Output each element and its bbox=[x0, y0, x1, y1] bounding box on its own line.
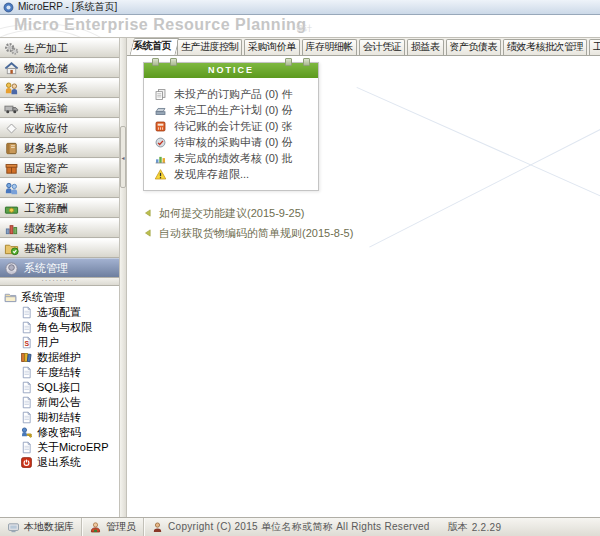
panel-grip[interactable]: ·········· bbox=[0, 278, 119, 286]
tree-item-2[interactable]: 角色与权限 bbox=[4, 320, 119, 335]
tab-2[interactable]: 生产进度控制 bbox=[177, 39, 242, 55]
sidebar-button-2[interactable]: 物流仓储 bbox=[0, 58, 119, 78]
notice-item-5[interactable]: 未完成的绩效考核 (0) 批 bbox=[154, 150, 314, 166]
sidebar-button-label: 车辆运输 bbox=[24, 101, 68, 116]
home-content: NOTICE 未投产的订购产品 (0) 件未完工的生产计划 (0) 份待记账的会… bbox=[127, 56, 600, 517]
banner: Micro Enterprise Resource Planning 设计 bbox=[0, 15, 600, 38]
sidebar-button-12[interactable]: 系统管理 bbox=[0, 258, 119, 278]
sidebar-button-11[interactable]: 基础资料 bbox=[0, 238, 119, 258]
tab-label: 工资录入 bbox=[593, 41, 600, 52]
tab-6[interactable]: 损益表 bbox=[407, 39, 444, 55]
system-icon bbox=[4, 261, 19, 276]
sidebar-button-7[interactable]: 固定资产 bbox=[0, 158, 119, 178]
tree-root[interactable]: 系统管理 bbox=[4, 290, 119, 305]
sidebar-button-9[interactable]: 工资薪酬 bbox=[0, 198, 119, 218]
tab-4[interactable]: 库存明细帐 bbox=[302, 39, 358, 55]
tree-item-3[interactable]: S用户 bbox=[4, 335, 119, 350]
tree-item-4[interactable]: 数据维护 bbox=[4, 350, 119, 365]
sidebar-button-5[interactable]: 应收应付 bbox=[0, 118, 119, 138]
navigation-tree: 系统管理选项配置角色与权限S用户数据维护年度结转SQL接口新闻公告期初结转修改密… bbox=[0, 286, 119, 517]
tree-item-8[interactable]: 期初结转 bbox=[4, 410, 119, 425]
tree-item-7[interactable]: 新闻公告 bbox=[4, 395, 119, 410]
tab-strip: 系统首页生产进度控制采购询价单库存明细帐会计凭证损益表资产负债表绩效考核批次管理… bbox=[127, 38, 600, 56]
password-icon bbox=[20, 426, 33, 439]
announcement-link-1[interactable]: 如何提交功能建议(2015-9-25) bbox=[143, 203, 353, 223]
sidebar-button-10[interactable]: 绩效考核 bbox=[0, 218, 119, 238]
review-icon bbox=[154, 136, 167, 149]
tab-7[interactable]: 资产负债表 bbox=[446, 39, 502, 55]
hr-icon bbox=[4, 181, 19, 196]
notice-item-text: 未完工的生产计划 (0) 份 bbox=[174, 103, 293, 118]
copyright-text: Copyright (C) 2015 单位名称或简称 All Rights Re… bbox=[168, 520, 430, 534]
chart-icon bbox=[154, 152, 167, 165]
truck-icon bbox=[4, 101, 19, 116]
copies-icon bbox=[154, 88, 167, 101]
notice-item-2[interactable]: 未完工的生产计划 (0) 份 bbox=[154, 102, 314, 118]
status-bar: 本地数据库 管理员 Copyright (C) 2015 单位名称或简称 All… bbox=[0, 517, 600, 536]
tree-item-10[interactable]: 关于MicroERP bbox=[4, 440, 119, 455]
splitter-collapse-handle[interactable]: ◂ bbox=[120, 126, 126, 188]
tree-item-label: 选项配置 bbox=[37, 305, 81, 320]
tab-label: 资产负债表 bbox=[450, 41, 498, 52]
bullet-icon bbox=[143, 228, 153, 238]
announcement-link-2[interactable]: 自动获取货物编码的简单规则(2015-8-5) bbox=[143, 223, 353, 243]
tree-item-9[interactable]: 修改密码 bbox=[4, 425, 119, 440]
sidebar-button-6[interactable]: 财务总账 bbox=[0, 138, 119, 158]
page-icon bbox=[20, 321, 33, 334]
notice-item-1[interactable]: 未投产的订购产品 (0) 件 bbox=[154, 86, 314, 102]
tree-item-label: 角色与权限 bbox=[37, 320, 92, 335]
warning-icon bbox=[154, 168, 167, 181]
tab-label: 损益表 bbox=[411, 41, 440, 52]
tree-item-label: 新闻公告 bbox=[37, 395, 81, 410]
left-panel: 生产加工物流仓储客户关系车辆运输应收应付财务总账固定资产人力资源工资薪酬绩效考核… bbox=[0, 38, 119, 517]
sidebar-button-group: 生产加工物流仓储客户关系车辆运输应收应付财务总账固定资产人力资源工资薪酬绩效考核… bbox=[0, 38, 119, 278]
books-icon bbox=[20, 351, 33, 364]
payables-icon bbox=[4, 121, 19, 136]
announcement-links: 如何提交功能建议(2015-9-25)自动获取货物编码的简单规则(2015-8-… bbox=[143, 203, 353, 243]
sidebar-button-8[interactable]: 人力资源 bbox=[0, 178, 119, 198]
tab-label: 库存明细帐 bbox=[306, 41, 354, 52]
sidebar-button-4[interactable]: 车辆运输 bbox=[0, 98, 119, 118]
tab-5[interactable]: 会计凭证 bbox=[359, 39, 405, 55]
user-icon: S bbox=[20, 336, 33, 349]
watermark-line bbox=[356, 87, 600, 226]
performance-icon bbox=[4, 221, 19, 236]
app-icon bbox=[3, 2, 14, 13]
notice-item-3[interactable]: 待记账的会计凭证 (0) 张 bbox=[154, 118, 314, 134]
title-bar: MicroERP - [系统首页] bbox=[0, 0, 600, 15]
tab-1[interactable]: 系统首页 bbox=[129, 38, 175, 55]
tree-item-5[interactable]: 年度结转 bbox=[4, 365, 119, 380]
sidebar-button-label: 物流仓储 bbox=[24, 61, 68, 76]
tree-item-label: 期初结转 bbox=[37, 410, 81, 425]
tab-9[interactable]: 工资录入 bbox=[589, 39, 600, 55]
basedata-icon bbox=[4, 241, 19, 256]
tree-item-1[interactable]: 选项配置 bbox=[4, 305, 119, 320]
tree-item-6[interactable]: SQL接口 bbox=[4, 380, 119, 395]
vertical-splitter[interactable]: ◂ bbox=[119, 38, 127, 517]
notice-item-4[interactable]: 待审核的采购申请 (0) 份 bbox=[154, 134, 314, 150]
sidebar-button-label: 固定资产 bbox=[24, 161, 68, 176]
assets-icon bbox=[4, 161, 19, 176]
tab-label: 系统首页 bbox=[133, 40, 171, 51]
pushpin-icon bbox=[303, 58, 310, 66]
app-window: MicroERP - [系统首页] Micro Enterprise Resou… bbox=[0, 0, 600, 536]
tree-item-11[interactable]: 退出系统 bbox=[4, 455, 119, 470]
tab-label: 绩效考核批次管理 bbox=[507, 41, 583, 52]
sidebar-button-label: 工资薪酬 bbox=[24, 201, 68, 216]
sidebar-button-1[interactable]: 生产加工 bbox=[0, 38, 119, 58]
tab-3[interactable]: 采购询价单 bbox=[244, 39, 300, 55]
watermark-line bbox=[369, 101, 600, 247]
pushpin-icon bbox=[152, 58, 159, 66]
tab-8[interactable]: 绩效考核批次管理 bbox=[503, 39, 587, 55]
notice-item-text: 待审核的采购申请 (0) 份 bbox=[174, 135, 293, 150]
salary-icon bbox=[4, 201, 19, 216]
ledger-icon bbox=[4, 141, 19, 156]
notice-item-text: 待记账的会计凭证 (0) 张 bbox=[174, 119, 293, 134]
page-icon bbox=[20, 441, 33, 454]
pushpin-icon bbox=[285, 58, 292, 66]
sidebar-button-3[interactable]: 客户关系 bbox=[0, 78, 119, 98]
page-icon bbox=[20, 411, 33, 424]
notice-item-6[interactable]: 发现库存超限... bbox=[154, 166, 314, 182]
warehouse-icon bbox=[4, 61, 19, 76]
notice-item-text: 发现库存超限... bbox=[174, 167, 249, 182]
